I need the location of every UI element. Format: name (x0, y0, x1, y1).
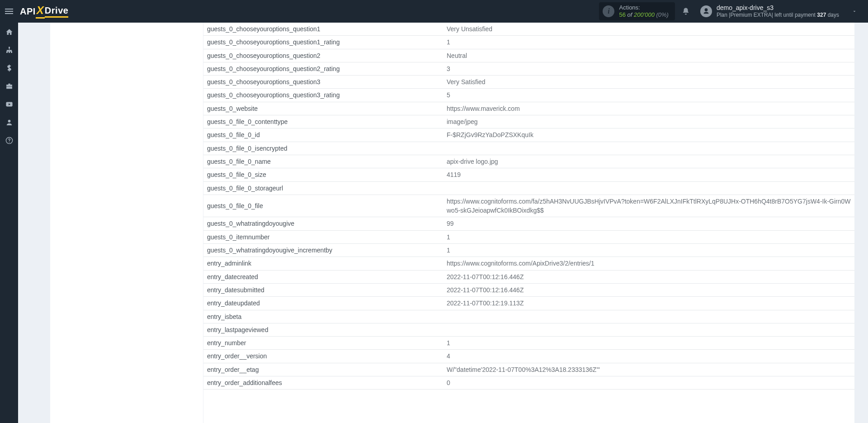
field-value: F-$RZjGv9RzYaDoPZSXKquIk (443, 128, 854, 142)
table-row: guests_0_chooseyouroptions_question3_rat… (203, 89, 854, 102)
table-row: guests_0_file_0_idF-$RZjGv9RzYaDoPZSXKqu… (203, 128, 854, 142)
sidebar-help[interactable] (0, 131, 18, 149)
field-key: guests_0_whatratingdoyougive_incrementby (203, 244, 443, 257)
svg-rect-1 (6, 51, 8, 52)
sidebar-home[interactable] (0, 23, 18, 41)
table-row: guests_0_whatratingdoyougive99 (203, 217, 854, 230)
logo[interactable]: APIXDrive (20, 4, 68, 19)
home-icon (5, 28, 13, 36)
svg-rect-3 (11, 51, 12, 52)
field-value (443, 181, 854, 195)
field-value: https://www.cognitoforms.com/fa/z5hAH3Nv… (443, 195, 854, 217)
table-row: guests_0_chooseyouroptions_question2Neut… (203, 49, 854, 62)
svg-rect-0 (9, 47, 10, 48)
svg-point-5 (8, 119, 10, 122)
bell-icon (682, 7, 690, 15)
field-value: 4 (443, 350, 854, 363)
field-value: 1 (443, 337, 854, 350)
table-row: guests_0_chooseyouroptions_question3Very… (203, 76, 854, 89)
table-row: guests_0_file_0_contenttypeimage/jpeg (203, 115, 854, 128)
sidebar-connections[interactable] (0, 41, 18, 59)
svg-point-7 (9, 142, 9, 143)
actions-label: Actions: (619, 4, 668, 11)
table-row: entry_order__etagW/"datetime'2022-11-07T… (203, 363, 854, 376)
table-row: guests_0_websitehttps://www.maverick.com (203, 102, 854, 115)
table-row: entry_number1 (203, 337, 854, 350)
notifications-button[interactable] (678, 0, 694, 23)
user-name: demo_apix-drive_s3 (717, 4, 839, 12)
field-value: 3 (443, 62, 854, 75)
table-row: entry_order_additionalfees0 (203, 376, 854, 390)
field-value: 1 (443, 36, 854, 49)
field-key: guests_0_file_0_size (203, 168, 443, 181)
field-key: entry_order_additionalfees (203, 376, 443, 390)
field-value: https://www.maverick.com (443, 102, 854, 115)
table-row: entry_dateupdated2022-11-07T00:12:19.113… (203, 297, 854, 310)
field-key: guests_0_file_0_id (203, 128, 443, 142)
help-icon (5, 137, 13, 144)
actions-count: 56 (619, 11, 625, 18)
user-info: demo_apix-drive_s3 Plan |Premium EXTRA| … (717, 4, 839, 19)
logo-part1: API (20, 6, 36, 17)
table-row: guests_0_file_0_nameapix-drive logo.jpg (203, 155, 854, 168)
field-value: 99 (443, 217, 854, 230)
sitemap-icon (5, 46, 13, 54)
field-value: 4119 (443, 168, 854, 181)
table-row: entry_isbeta (203, 310, 854, 323)
plan-days-word: days (826, 12, 839, 18)
field-value: https://www.cognitoforms.com/ApixDrive3/… (443, 257, 854, 270)
field-key: entry_order__version (203, 350, 443, 363)
field-key: entry_order__etag (203, 363, 443, 376)
field-key: guests_0_chooseyouroptions_question3 (203, 76, 443, 89)
left-panel (50, 23, 203, 423)
sidebar (0, 23, 18, 423)
table-row: guests_0_itemnumber1 (203, 230, 854, 243)
actions-text: Actions: 56 of 200'000 (0%) (619, 4, 668, 18)
field-value: W/"datetime'2022-11-07T00%3A12%3A18.2333… (443, 363, 854, 376)
sidebar-billing[interactable] (0, 59, 18, 77)
svg-rect-2 (9, 51, 10, 52)
field-table: guests_0_chooseyouroptions_question1Very… (203, 23, 854, 390)
header-right: i Actions: 56 of 200'000 (0%) demo_apix-… (599, 0, 868, 23)
actions-pct: (0%) (655, 11, 669, 18)
field-value: 2022-11-07T00:12:16.446Z (443, 283, 854, 296)
sidebar-briefcase[interactable] (0, 77, 18, 95)
dollar-icon (5, 64, 13, 72)
actions-of: of (626, 11, 634, 18)
field-value: Neutral (443, 49, 854, 62)
field-value: 2022-11-07T00:12:19.113Z (443, 297, 854, 310)
field-key: guests_0_chooseyouroptions_question2 (203, 49, 443, 62)
field-key: guests_0_chooseyouroptions_question2_rat… (203, 62, 443, 75)
app-header: APIXDrive i Actions: 56 of 200'000 (0%) … (0, 0, 868, 23)
table-row: guests_0_chooseyouroptions_question1_rat… (203, 36, 854, 49)
user-menu[interactable]: demo_apix-drive_s3 Plan |Premium EXTRA| … (697, 0, 861, 23)
user-icon (703, 8, 710, 15)
table-row: guests_0_chooseyouroptions_question1Very… (203, 23, 854, 36)
sidebar-account[interactable] (0, 113, 18, 131)
user-icon (5, 119, 13, 126)
plan-suffix: | left until payment (772, 12, 817, 18)
field-value: 5 (443, 89, 854, 102)
sidebar-videos[interactable] (0, 95, 18, 113)
field-key: guests_0_whatratingdoyougive (203, 217, 443, 230)
data-card: guests_0_chooseyouroptions_question1Very… (203, 23, 854, 423)
menu-toggle-button[interactable] (0, 0, 18, 23)
field-key: entry_adminlink (203, 257, 443, 270)
info-icon: i (603, 5, 614, 17)
actions-total: 200'000 (634, 11, 655, 18)
plan-prefix: Plan | (717, 12, 730, 18)
field-key: entry_lastpageviewed (203, 323, 443, 336)
field-value (443, 142, 854, 155)
field-value: Very Unsatisfied (443, 23, 854, 36)
field-value: Very Satisfied (443, 76, 854, 89)
field-key: entry_number (203, 337, 443, 350)
field-key: guests_0_chooseyouroptions_question1 (203, 23, 443, 36)
field-value: apix-drive logo.jpg (443, 155, 854, 168)
table-row: guests_0_file_0_isencrypted (203, 142, 854, 155)
field-value (443, 310, 854, 323)
table-row: entry_order__version4 (203, 350, 854, 363)
field-value: image/jpeg (443, 115, 854, 128)
main-content: guests_0_chooseyouroptions_question1Very… (18, 23, 868, 423)
actions-counter[interactable]: i Actions: 56 of 200'000 (0%) (599, 2, 675, 20)
menu-icon (5, 11, 13, 12)
